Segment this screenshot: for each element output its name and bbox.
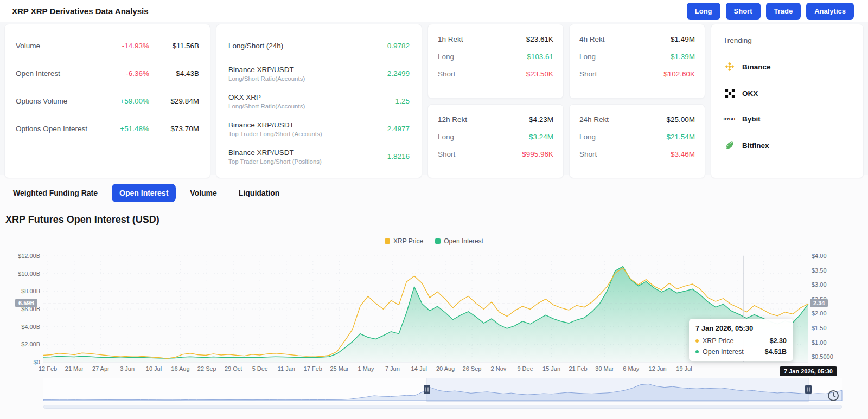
top-bar: XRP XRP Derivatives Data Analysis LongSh… (0, 0, 868, 22)
right-axis-label: $4.00 (812, 253, 827, 259)
legend-item-xrp-price[interactable]: XRP Price (385, 237, 423, 245)
trending-title: Trending (723, 36, 851, 44)
rekt-card-header: 24h Rekt$25.00M (579, 115, 695, 124)
rekt-card-4h-rekt: 4h Rekt$1.49MLong$1.39MShort$102.60K (569, 24, 705, 99)
chart-navigator[interactable] (0, 378, 868, 403)
crosshair-date-badge: 7 Jan 2026, 05:30 (780, 366, 837, 376)
x-axis-label: 12 Jun (649, 365, 667, 372)
x-axis-label: 9 Dec (517, 365, 533, 372)
ratio-sublabel: Top Trader Long/Short (Positions) (228, 158, 322, 165)
ratio-label: OKX XRP (228, 93, 305, 101)
x-axis-label: 27 Apr (92, 365, 110, 372)
rekt-long-value: $1.39M (671, 53, 695, 61)
ratio-labels: Binance XRP/USDTTop Trader Long/Short (P… (228, 149, 322, 165)
ratio-labels: Long/Short (24h) (228, 42, 283, 50)
ratio-label: Binance XRP/USDT (228, 149, 322, 157)
rekt-title: 4h Rekt (579, 35, 605, 43)
x-axis-label: 25 Mar (330, 365, 349, 372)
ratio-value: 1.25 (395, 97, 410, 105)
ratio-row: Binance XRP/USDTLong/Short Ratio(Account… (228, 60, 410, 87)
long-button[interactable]: Long (687, 3, 720, 20)
rekt-card-header: 1h Rekt$23.61K (438, 35, 553, 43)
rekt-short-value: $102.60K (663, 70, 695, 78)
ratio-row: Binance XRP/USDTTop Trader Long/Short (A… (228, 115, 410, 143)
rekt-short-value: $23.50K (526, 70, 553, 78)
ratio-row: Long/Short (24h)0.9782 (228, 32, 410, 60)
navigator-handle-right[interactable] (805, 385, 812, 394)
rekt-long-value: $3.24M (529, 133, 553, 141)
tab-liquidation[interactable]: Liquidation (231, 184, 287, 202)
trending-item-binance[interactable]: Binance (723, 61, 851, 72)
x-axis-label: 14 Jul (411, 365, 427, 372)
metric-change: +51.48% (104, 125, 149, 133)
x-axis-label: 22 Sep (197, 365, 216, 372)
rekt-short-label: Short (438, 70, 455, 78)
rekt-long-row: Long$3.24M (438, 133, 553, 141)
ratio-value: 1.8216 (387, 152, 410, 160)
tooltip-label: XRP Price (703, 337, 770, 345)
crosshair-right-badge: 2.34 (810, 299, 828, 307)
legend-swatch (435, 238, 441, 244)
left-axis-label: $4.00B (21, 324, 40, 330)
chart-clock-icon[interactable] (825, 387, 842, 404)
ratio-row: OKX XRPLong/Short Ratio(Accounts)1.25 (228, 87, 410, 115)
ratio-label: Long/Short (24h) (228, 42, 283, 50)
x-axis-label: 12 Feb (39, 365, 57, 372)
rekt-total: $4.23M (529, 115, 553, 124)
trending-item-bybit[interactable]: BYBITBybit (723, 115, 851, 123)
okx-icon (723, 89, 736, 98)
chart-area: XRP PriceOpen Interest $12.00B$10.00B$8.… (0, 233, 868, 419)
chart-scrollbar[interactable] (43, 405, 842, 409)
x-axis-label: 20 Aug (436, 365, 455, 372)
tooltip-label: Open Interest (703, 348, 765, 356)
navigator-handle-left[interactable] (424, 385, 430, 394)
bitfinex-icon (723, 140, 736, 151)
left-axis-label: $8.00B (21, 288, 40, 294)
x-axis-label: 11 Jan (278, 365, 295, 372)
rekt-short-label: Short (579, 70, 597, 78)
trending-item-bitfinex[interactable]: Bitfinex (723, 140, 851, 151)
rekt-total: $23.61K (526, 35, 553, 43)
legend-item-open-interest[interactable]: Open Interest (435, 237, 483, 245)
x-axis-label: 21 Mar (65, 365, 84, 372)
right-axis-label: $3.50 (812, 267, 827, 274)
metric-value: $29.84M (149, 97, 199, 105)
navigator-selected-range[interactable] (427, 378, 808, 402)
tab-weighted-funding-rate[interactable]: Weighted Funding Rate (5, 184, 105, 202)
rekt-title: 1h Rekt (438, 35, 463, 43)
x-axis-label: 10 Jul (146, 365, 162, 372)
rekt-card-header: 12h Rekt$4.23M (438, 115, 553, 124)
chart-section-title: XRP Futures Open Interest (USD) (5, 214, 868, 225)
trending-item-okx[interactable]: OKX (723, 89, 851, 98)
summary-cards: Volume-14.93%$11.56BOpen Interest-6.36%$… (0, 22, 868, 175)
trending-card: Trending BinanceOKXBYBITBybitBitfinex (711, 24, 864, 178)
ratio-sublabel: Long/Short Ratio(Accounts) (228, 75, 305, 82)
short-button[interactable]: Short (726, 3, 761, 20)
bybit-icon: BYBIT (723, 117, 736, 121)
analytics-button[interactable]: Analytics (806, 3, 854, 20)
metric-value: $4.43B (149, 69, 199, 78)
rekt-long-value: $21.54M (666, 133, 695, 141)
open-interest-series-dot (695, 350, 699, 353)
x-axis-label: 26 Sep (463, 365, 482, 372)
trade-button[interactable]: Trade (766, 3, 801, 20)
x-axis-label: 2 Nov (491, 365, 507, 372)
metric-label: Open Interest (16, 69, 104, 78)
metric-row: Volume-14.93%$11.56B (16, 32, 199, 60)
tab-volume[interactable]: Volume (182, 184, 225, 202)
rekt-card-24h-rekt: 24h Rekt$25.00MLong$21.54MShort$3.46M (569, 104, 705, 179)
rekt-short-label: Short (579, 150, 597, 158)
chart-tabs: Weighted Funding RateOpen InterestVolume… (5, 183, 868, 203)
market-metrics-card: Volume-14.93%$11.56BOpen Interest-6.36%$… (4, 24, 210, 178)
ratio-labels: OKX XRPLong/Short Ratio(Accounts) (228, 93, 305, 109)
price-series-dot (695, 339, 699, 343)
ratio-value: 0.9782 (387, 42, 410, 50)
x-axis-label: 19 Jul (676, 365, 692, 372)
x-axis-label: 1 May (358, 365, 374, 372)
tab-open-interest[interactable]: Open Interest (112, 184, 176, 202)
ratio-label: Binance XRP/USDT (228, 66, 305, 74)
legend-swatch (385, 238, 390, 244)
metric-value: $11.56B (149, 42, 199, 50)
x-axis-label: 21 Feb (569, 365, 587, 372)
ratio-sublabel: Top Trader Long/Short (Accounts) (228, 131, 322, 137)
